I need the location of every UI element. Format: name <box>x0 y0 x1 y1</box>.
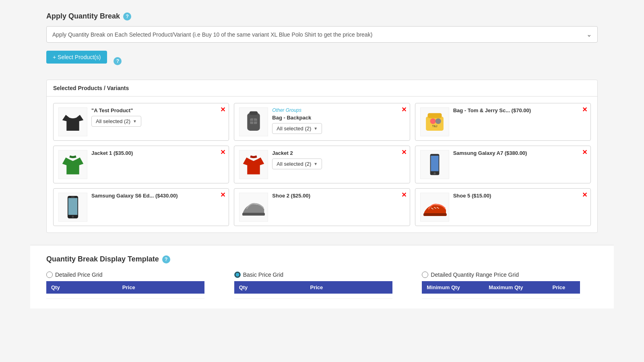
dropdown-arrow-icon: ⌄ <box>586 31 592 38</box>
remove-product-1-button[interactable]: ✕ <box>220 107 225 113</box>
remove-product-3-button[interactable]: ✕ <box>582 107 587 113</box>
template-options-container: Detailed Price Grid Qty Price <box>46 272 598 299</box>
product-3-name: Bag - Tom & Jerry Sc... ($70.00) <box>453 107 586 113</box>
product-card-3: ✕ T&J Bag - Tom & Jerry Sc... ( <box>415 103 591 141</box>
template-basic-radio[interactable] <box>234 272 241 278</box>
template-option-range-label[interactable]: Detailed Quantity Range Price Grid <box>422 272 598 278</box>
select-products-button[interactable]: + Select Product(s) <box>46 51 107 64</box>
template-section-title: Quantity Break Display Template ? <box>46 255 598 263</box>
remove-product-9-button[interactable]: ✕ <box>582 192 587 198</box>
product-9-image <box>420 193 449 222</box>
svg-rect-3 <box>250 111 258 115</box>
range-col-min-qty: Minimum Qty <box>422 281 484 294</box>
section-apply-quantity-break: Apply Quantity Break ? <box>46 12 598 21</box>
product-card-9: ✕ <box>415 188 591 226</box>
product-8-image <box>239 193 268 222</box>
svg-point-10 <box>430 118 436 124</box>
svg-rect-17 <box>431 156 438 171</box>
section-title-text: Apply Quantity Break <box>46 12 120 21</box>
variant-dropdown-arrow: ▼ <box>133 119 137 123</box>
svg-point-11 <box>435 118 441 124</box>
table-row <box>46 294 204 299</box>
dropdown-text: Apply Quantity Break on Each Selected Pr… <box>52 31 372 38</box>
product-9-name: Shoe 5 ($15.00) <box>453 193 586 199</box>
detailed-col-qty: Qty <box>46 281 118 294</box>
product-6-name: Samsung Galaxy A7 ($380.00) <box>453 150 586 156</box>
detailed-price-grid-table: Qty Price <box>46 281 204 299</box>
apply-quantity-break-help-icon[interactable]: ? <box>123 12 131 21</box>
product-5-name: Jacket 2 <box>272 150 405 156</box>
svg-rect-8 <box>426 117 444 131</box>
basic-col-qty: Qty <box>234 281 305 294</box>
product-3-image: T&J <box>420 107 449 136</box>
template-option-basic: Basic Price Grid Qty Price <box>234 272 410 299</box>
variant-2-dropdown-arrow: ▼ <box>314 126 318 131</box>
template-option-range: Detailed Quantity Range Price Grid Minim… <box>422 272 598 299</box>
product-2-other-groups: Other Groups <box>272 107 405 113</box>
remove-product-8-button[interactable]: ✕ <box>401 192 407 198</box>
product-card-1: ✕ "A Test Product" All selected (2) ▼ <box>53 103 229 141</box>
template-section: Quantity Break Display Template ? Detail… <box>30 245 614 309</box>
product-1-image <box>58 107 87 136</box>
svg-text:T&J: T&J <box>432 125 437 128</box>
product-1-name: "A Test Product" <box>91 107 224 113</box>
template-option-detailed: Detailed Price Grid Qty Price <box>46 272 222 299</box>
product-card-2: ✕ Other Groups Bag <box>234 103 410 141</box>
product-7-image <box>58 193 87 222</box>
range-price-grid-table: Minimum Qty Maximum Qty Price <box>422 281 580 299</box>
svg-rect-21 <box>68 198 78 215</box>
remove-product-6-button[interactable]: ✕ <box>582 149 587 156</box>
basic-price-grid-table: Qty Price <box>234 281 392 299</box>
product-8-name: Shoe 2 ($25.00) <box>272 193 405 199</box>
quantity-break-dropdown[interactable]: Apply Quantity Break on Each Selected Pr… <box>46 26 598 43</box>
product-2-image <box>239 107 268 136</box>
product-4-image <box>58 150 87 179</box>
products-panel-tab: Selected Products / Variants <box>47 80 597 97</box>
products-panel: Selected Products / Variants ✕ "A Test P… <box>46 80 598 233</box>
template-help-icon[interactable]: ? <box>162 255 170 263</box>
table-row <box>422 294 580 299</box>
table-row <box>234 294 392 299</box>
svg-rect-23 <box>71 197 75 197</box>
basic-col-price: Price <box>305 281 392 294</box>
remove-product-5-button[interactable]: ✕ <box>401 149 407 156</box>
svg-point-18 <box>433 172 436 174</box>
template-option-detailed-label[interactable]: Detailed Price Grid <box>46 272 222 278</box>
remove-product-2-button[interactable]: ✕ <box>401 107 407 113</box>
detailed-col-price: Price <box>118 281 204 294</box>
product-4-name: Jacket 1 ($35.00) <box>91 150 224 156</box>
product-card-4: ✕ Jacket 1 ($35.00) <box>53 146 229 183</box>
template-range-radio[interactable] <box>422 272 428 278</box>
range-col-price: Price <box>548 281 580 294</box>
svg-point-22 <box>72 216 74 218</box>
product-1-variant-dropdown[interactable]: All selected (2) ▼ <box>91 116 141 127</box>
template-detailed-radio[interactable] <box>46 272 53 278</box>
svg-rect-27 <box>423 213 447 216</box>
product-2-variant-dropdown[interactable]: All selected (2) ▼ <box>272 123 322 134</box>
product-card-6: ✕ Samsung Galaxy A7 ($380.00) <box>415 146 591 183</box>
products-grid: ✕ "A Test Product" All selected (2) ▼ <box>47 97 597 232</box>
remove-product-7-button[interactable]: ✕ <box>220 192 225 198</box>
product-5-image <box>239 150 268 179</box>
svg-rect-25 <box>242 213 265 216</box>
product-7-name: Samsung Galaxy S6 Ed... ($430.00) <box>91 193 224 199</box>
product-card-8: ✕ Shoe 2 ($25.00) <box>234 188 410 226</box>
template-option-basic-label[interactable]: Basic Price Grid <box>234 272 410 278</box>
product-card-7: ✕ Samsung Galaxy S6 Ed... ($430.00) <box>53 188 229 226</box>
product-2-name: Bag - Backpack <box>272 115 405 121</box>
product-5-variant-dropdown[interactable]: All selected (2) ▼ <box>272 158 322 169</box>
select-products-help-icon[interactable]: ? <box>114 57 122 65</box>
product-card-5: ✕ Jacket 2 All selected (2) <box>234 146 410 183</box>
range-col-max-qty: Maximum Qty <box>484 281 547 294</box>
variant-5-dropdown-arrow: ▼ <box>314 162 318 166</box>
product-6-image <box>420 150 449 179</box>
svg-rect-9 <box>427 113 442 118</box>
remove-product-4-button[interactable]: ✕ <box>220 149 225 156</box>
